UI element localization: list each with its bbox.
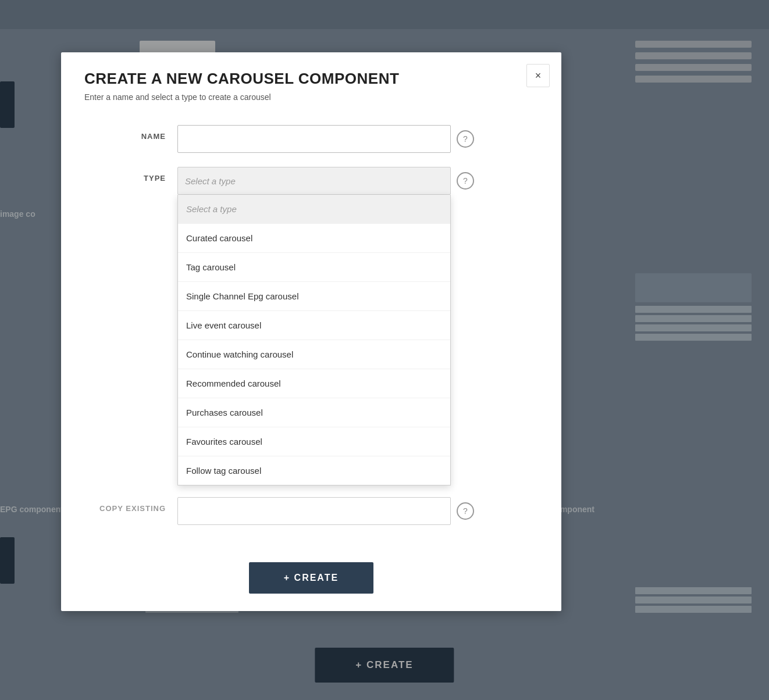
type-help-icon[interactable]: ? (457, 172, 474, 190)
dropdown-item-2[interactable]: Single Channel Epg carousel (178, 282, 450, 311)
modal-header: CREATE A NEW CAROUSEL COMPONENT Enter a … (61, 52, 561, 113)
create-button[interactable]: + CREATE (249, 562, 373, 594)
dropdown-item-4[interactable]: Continue watching carousel (178, 340, 450, 369)
type-placeholder: Select a type (185, 176, 236, 186)
type-dropdown-wrap: Select a type Select a typeCurated carou… (177, 167, 451, 195)
copy-existing-row: COPY EXISTING ? (84, 497, 538, 525)
dropdown-item-5[interactable]: Recommended carousel (178, 369, 450, 398)
modal-body: NAME ? TYPE Select a type Select a typeC… (61, 113, 561, 556)
copy-existing-label: COPY EXISTING (84, 497, 177, 513)
modal-title: CREATE A NEW CAROUSEL COMPONENT (84, 70, 538, 88)
name-label: NAME (84, 125, 177, 141)
dropdown-item-6[interactable]: Purchases carousel (178, 398, 450, 427)
type-dropdown-trigger[interactable]: Select a type (177, 167, 451, 195)
close-button[interactable]: × (526, 64, 550, 87)
dropdown-item-0[interactable]: Curated carousel (178, 224, 450, 253)
copy-existing-wrap: ? (177, 497, 538, 525)
name-input[interactable] (177, 125, 451, 153)
modal-subtitle: Enter a name and select a type to create… (84, 92, 538, 102)
create-carousel-modal: CREATE A NEW CAROUSEL COMPONENT Enter a … (61, 52, 561, 611)
type-label: TYPE (84, 167, 177, 183)
copy-existing-dropdown[interactable] (177, 497, 451, 525)
name-field-row: NAME ? (84, 125, 538, 153)
dropdown-item-placeholder[interactable]: Select a type (178, 195, 450, 224)
dropdown-item-7[interactable]: Favourites carousel (178, 427, 450, 456)
name-help-icon[interactable]: ? (457, 130, 474, 148)
type-field-row: TYPE Select a type Select a typeCurated … (84, 167, 538, 195)
name-control-wrap: ? (177, 125, 538, 153)
type-control-wrap: Select a type Select a typeCurated carou… (177, 167, 538, 195)
dropdown-item-8[interactable]: Follow tag carousel (178, 456, 450, 485)
type-dropdown-list: Select a typeCurated carouselTag carouse… (177, 195, 451, 485)
close-icon: × (535, 70, 542, 82)
modal-footer: + CREATE (61, 556, 561, 611)
dropdown-item-3[interactable]: Live event carousel (178, 311, 450, 340)
dropdown-item-1[interactable]: Tag carousel (178, 253, 450, 282)
copy-help-icon[interactable]: ? (457, 502, 474, 520)
